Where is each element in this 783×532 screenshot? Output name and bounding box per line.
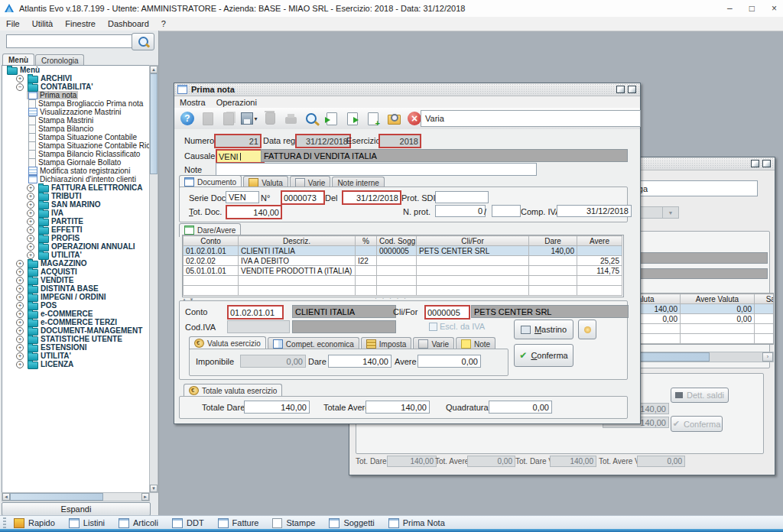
tree-item-profis[interactable]: +PROFIS — [2, 234, 149, 242]
table-row[interactable]: 05.01.01.01VENDITE PRODOTTI A (ITALIA)11… — [184, 266, 622, 276]
window-undock-icon[interactable] — [616, 86, 625, 93]
column-header-item[interactable]: % — [356, 236, 377, 246]
tree-item-magazzino[interactable]: +MAGAZZINO — [2, 259, 149, 268]
del-field[interactable]: 31/12/2018 — [342, 190, 401, 205]
save-icon[interactable]: ▾ — [241, 110, 258, 127]
window-maximize-icon[interactable] — [762, 160, 771, 167]
expand-icon[interactable]: + — [27, 226, 34, 234]
expand-icon[interactable]: + — [27, 218, 34, 225]
expand-icon[interactable]: + — [16, 294, 24, 301]
column-header-saldo[interactable]: Saldo — [755, 294, 775, 304]
tree-item-stampa-situazione-contabile[interactable]: Stampa Situazione Contabile — [2, 133, 149, 141]
tree-item-acquisti[interactable]: +ACQUISTI — [2, 268, 149, 276]
column-header-cli-for[interactable]: Cli/For — [417, 236, 529, 246]
expand-icon[interactable]: + — [16, 277, 24, 284]
soggetto-button[interactable] — [578, 320, 596, 339]
taskbar-item-listini[interactable]: Listini — [69, 518, 105, 528]
window-undock-icon[interactable] — [751, 160, 759, 167]
collapse-icon[interactable]: − — [16, 83, 24, 91]
note-field[interactable] — [216, 163, 537, 176]
mastrino-button[interactable]: Mastrino — [514, 320, 573, 339]
expand-icon[interactable]: + — [16, 327, 24, 335]
column-header-cod-sogg[interactable]: Cod. Sogg — [377, 236, 417, 246]
tree-item-modifica-stato-registrazioni[interactable]: Modifica stato registrazioni — [2, 167, 149, 175]
expand-icon[interactable]: + — [27, 251, 34, 259]
table-row[interactable]: 01.02.01.01CLIENTI ITALIA0000005PETS CEN… — [184, 246, 622, 256]
table-row[interactable]: 02.02.02IVA A DEBITOI2225,25 — [184, 256, 622, 266]
tree-item-san-marino[interactable]: +SAN MARINO — [2, 200, 149, 209]
tree-item-tributi[interactable]: +TRIBUTI — [2, 192, 149, 200]
adddoc-icon[interactable] — [365, 110, 382, 127]
search-input[interactable] — [6, 34, 133, 48]
taskbar-item-fatture[interactable]: Fatture — [218, 518, 259, 528]
tree-item-archivi[interactable]: +ARCHIVI — [2, 74, 149, 83]
tree-item-stampa-giornale-bollato[interactable]: Stampa Giornale Bollato — [2, 158, 149, 167]
expand-icon[interactable]: + — [16, 75, 24, 83]
clifor-field[interactable]: 0000005 — [424, 305, 470, 320]
tree-item-statistiche-utente[interactable]: +STATISTICHE UTENTE — [2, 335, 149, 343]
tree-item-prima-nota[interactable]: Prima nota — [2, 91, 149, 99]
tree-item-iva[interactable]: +IVA — [2, 209, 149, 217]
conferma-button[interactable]: ✔ Conferma — [514, 344, 573, 367]
scroll-thumb[interactable] — [150, 73, 158, 174]
tree-item-stampa-bilancio[interactable]: Stampa Bilancio — [2, 125, 149, 133]
menubar-item-item[interactable]: ? — [161, 19, 166, 28]
tree-item-e-commerce[interactable]: +e-COMMERCE — [2, 310, 149, 318]
numero-doc-field[interactable]: 0000073 — [281, 190, 325, 205]
tree-vertical-scrollbar[interactable]: ▲ ▼ — [149, 65, 158, 493]
column-header-conto[interactable]: Conto — [184, 236, 239, 246]
n-prot2-field[interactable] — [492, 205, 521, 217]
menubar-item-utilit[interactable]: Utilità — [32, 19, 54, 28]
menubar-item-dashboard[interactable]: Dashboard — [108, 19, 149, 28]
tree-item-operazioni-annuali[interactable]: +OPERAZIONI ANNUALI — [2, 242, 149, 251]
expand-icon[interactable]: + — [16, 302, 24, 310]
maximize-window-icon[interactable]: □ — [749, 3, 755, 14]
dropdown-caret-icon[interactable]: ▾ — [254, 115, 257, 122]
conto-field[interactable]: 01.02.01.01 — [227, 305, 284, 320]
export-icon[interactable] — [344, 110, 361, 127]
expand-icon[interactable]: + — [16, 260, 24, 268]
expand-icon[interactable]: + — [27, 184, 34, 192]
expand-icon[interactable]: + — [27, 209, 34, 217]
column-header-dare[interactable]: Dare — [529, 236, 577, 246]
expand-icon[interactable]: + — [27, 193, 34, 200]
table-row[interactable] — [184, 276, 622, 286]
tree-item-men[interactable]: Menù — [2, 66, 149, 74]
prot-sdi-field[interactable] — [435, 191, 489, 203]
expand-button[interactable]: Espandi — [2, 502, 151, 516]
scroll-thumb[interactable] — [10, 493, 103, 501]
tree-item-stampa-brogliaccio-prima-nota[interactable]: Stampa Brogliaccio Prima nota — [2, 99, 149, 108]
tree-item-fattura-elettronica[interactable]: +FATTURA ELETTRONICA — [2, 183, 149, 192]
expand-icon[interactable]: + — [16, 352, 24, 360]
taskbar-item-ddt[interactable]: DDT — [172, 518, 204, 528]
dare-field[interactable]: 140,00 — [328, 355, 392, 368]
tree-item-partite[interactable]: +PARTITE — [2, 217, 149, 225]
n-prot-field[interactable]: 0 — [435, 205, 486, 217]
close-window-icon[interactable]: × — [772, 3, 777, 14]
causale-field[interactable]: VENI — [216, 149, 265, 164]
taskbar-item-stampe[interactable]: Stampe — [272, 518, 315, 528]
expand-icon[interactable]: + — [16, 319, 24, 326]
expand-icon[interactable]: + — [27, 243, 34, 251]
expand-icon[interactable]: + — [16, 344, 24, 352]
scroll-down-icon[interactable]: ▼ — [150, 485, 158, 492]
expand-icon[interactable]: + — [27, 201, 34, 209]
expand-icon[interactable]: + — [16, 336, 24, 343]
taskbar-item-soggetti[interactable]: Soggetti — [329, 518, 374, 528]
column-header-descriz[interactable]: Descriz. — [239, 236, 356, 246]
tree-item-stampa-bilancio-riclassificato[interactable]: Stampa Bilancio Riclassificato — [2, 150, 149, 158]
expand-icon[interactable]: + — [16, 361, 24, 368]
prima-nota-menu-item-operazioni[interactable]: Operazioni — [216, 98, 257, 107]
tree-item-dichiarazioni-d-intento-clienti[interactable]: Dichiarazioni d'intento clienti — [2, 175, 149, 183]
tree-item-visualizzazione-mastrini[interactable]: Visualizzazione Mastrini — [2, 108, 149, 116]
minimize-window-icon[interactable]: – — [727, 3, 733, 14]
scroll-right-icon[interactable]: ► — [141, 493, 149, 501]
menubar-item-finestre[interactable]: Finestre — [65, 19, 96, 28]
tot-doc-field[interactable]: 140,00 — [226, 205, 282, 219]
search-icon[interactable] — [303, 110, 320, 127]
scroll-left-icon[interactable]: ◄ — [2, 493, 10, 501]
tree-item-e-commerce-terzi[interactable]: +e-COMMERCE TERZI — [2, 318, 149, 326]
scroll-up-icon[interactable]: ▲ — [150, 66, 158, 73]
menubar-item-file[interactable]: File — [6, 19, 20, 28]
taskbar-item-prima-nota[interactable]: Prima Nota — [388, 518, 445, 528]
